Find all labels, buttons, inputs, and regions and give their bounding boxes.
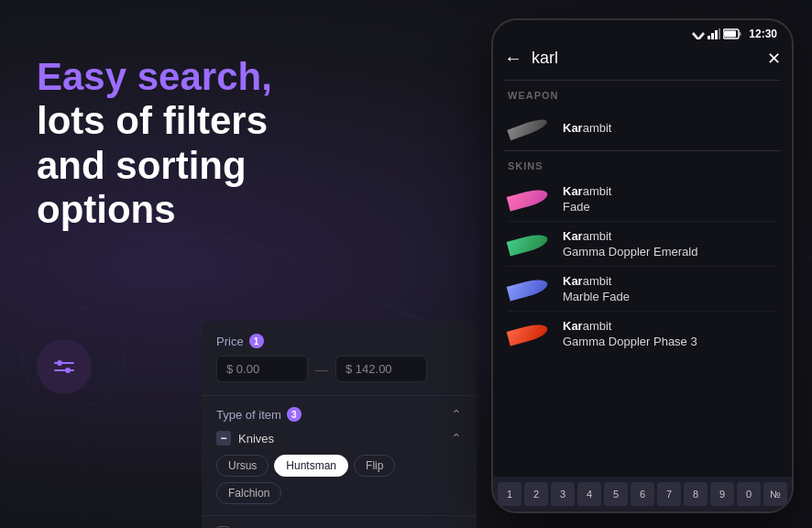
name-rest: ambit [583,229,612,243]
knives-label: Knives [238,432,274,446]
skin-gde-item[interactable]: Karambit Gamma Doppler Emerald [493,222,792,266]
signal-icon [708,28,720,39]
minus-icon[interactable]: − [216,431,231,446]
wifi-icon [692,28,705,39]
key-9[interactable]: 9 [710,482,734,506]
key-6[interactable]: 6 [631,482,654,506]
type-filter-section: Type of item 3 ⌃ − Knives ⌃ Ursus Huntsm… [202,396,477,516]
knives-row: − Knives ⌃ [216,431,462,446]
skin-gdp3-name: Karambit [563,319,777,335]
key-0[interactable]: 0 [737,482,761,506]
skin-mf-text: Karambit Marble Fade [563,274,777,303]
skin-gde-name: Karambit [563,229,777,245]
tag-ursus[interactable]: Ursus [216,455,269,477]
svg-rect-6 [708,36,710,39]
key-7[interactable]: 7 [657,482,681,506]
name-highlight: Kar [563,274,583,288]
headline-line2: lots of filters [37,99,268,142]
price-from-input[interactable] [216,356,308,382]
skin-gdp3-image [508,319,552,348]
key-5[interactable]: 5 [604,482,628,506]
gloves-row: Gloves [202,516,477,528]
name-rest: ambit [583,274,612,288]
back-button[interactable]: ← [504,48,522,69]
skin-mf-name: Karambit [563,274,777,290]
svg-rect-12 [740,32,741,36]
search-bar[interactable]: ← karl ✕ [493,44,792,80]
type-label-row: Type of item 3 [216,407,302,422]
price-to-input[interactable] [335,356,427,382]
skin-mf-image [508,274,552,303]
type-header: Type of item 3 ⌃ [216,407,462,422]
name-highlight: Kar [563,319,583,333]
type-chevron-icon[interactable]: ⌃ [451,407,462,422]
weapon-section-header: WEAPON [493,81,792,106]
weapon-karambit-text: Karambit [563,121,777,137]
name-highlight: Kar [563,229,583,243]
key-8[interactable]: 8 [684,482,708,506]
price-dash: — [315,362,328,377]
weapon-karambit-image [508,114,552,143]
status-bar: 12:30 [493,20,792,44]
battery-icon [723,28,741,39]
skin-mf-subname: Marble Fade [563,290,777,303]
skin-gdp3-subname: Gamma Doppler Phase 3 [563,335,777,348]
tag-huntsman[interactable]: Huntsman [274,455,348,477]
search-text[interactable]: karl [532,49,758,68]
name-highlight: Kar [563,121,583,135]
skin-gdp3-text: Karambit Gamma Doppler Phase 3 [563,319,777,348]
clear-search-button[interactable]: ✕ [767,49,781,69]
svg-marker-5 [692,32,705,39]
price-label-row: Price 1 [216,334,462,348]
svg-point-2 [57,360,62,366]
tag-flip[interactable]: Flip [354,455,395,477]
skin-fade-subname: Fade [563,200,777,214]
svg-rect-7 [711,33,714,39]
knife-blue-shape [507,277,550,302]
price-badge: 1 [249,334,264,348]
status-icons [692,28,741,39]
key-num[interactable]: № [763,482,787,506]
name-rest: ambit [583,184,612,198]
status-time: 12:30 [749,28,777,40]
tag-falchion[interactable]: Falchion [216,482,281,504]
type-label: Type of item [216,408,281,422]
headline-accent: Easy search, [37,55,272,98]
tag-pills-container: Ursus Huntsman Flip Falchion [216,455,462,504]
headline-line4: options [37,188,176,231]
headline: Easy search, lots of filters and sorting… [37,55,348,232]
weapon-karambit-item[interactable]: Karambit [493,106,792,150]
filter-sliders-icon [51,354,77,380]
search-query: karl [532,49,558,67]
skin-fade-image [508,184,552,214]
key-3[interactable]: 3 [551,482,575,506]
skin-gde-image [508,229,552,258]
skin-fade-name: Karambit [563,184,777,200]
results-container: WEAPON Karambit SKINS Karambit F [493,81,792,499]
knife-red-shape [507,322,550,346]
type-badge: 3 [287,407,302,422]
key-4[interactable]: 4 [577,482,601,506]
skin-mf-item[interactable]: Karambit Marble Fade [493,267,792,311]
left-panel: Easy search, lots of filters and sorting… [37,55,348,232]
phone-mockup: 12:30 ← karl ✕ WEAPON Karambit SKINS [491,18,794,513]
skin-gde-text: Karambit Gamma Doppler Emerald [563,229,777,258]
svg-rect-11 [724,31,736,38]
keyboard-row: 1 2 3 4 5 6 7 8 9 0 № [493,477,792,512]
key-1[interactable]: 1 [498,482,521,506]
skin-gdp3-item[interactable]: Karambit Gamma Doppler Phase 3 [493,312,792,356]
name-rest: ambit [583,319,612,333]
name-highlight: Kar [563,184,583,198]
knife-pink-shape [507,187,550,212]
key-2[interactable]: 2 [524,482,548,506]
filter-card: Price 1 — Type of item 3 ⌃ − Knives ⌃ [202,321,477,528]
knives-chevron-icon[interactable]: ⌃ [451,431,462,446]
skins-section-header: SKINS [493,151,792,177]
skin-fade-text: Karambit Fade [563,184,777,214]
skin-fade-item[interactable]: Karambit Fade [493,177,792,221]
price-inputs: — [216,356,462,382]
headline-line3: and sorting [37,144,247,187]
filter-icon-circle[interactable] [37,339,92,394]
svg-rect-9 [719,28,720,39]
skin-gde-subname: Gamma Doppler Emerald [563,245,777,258]
